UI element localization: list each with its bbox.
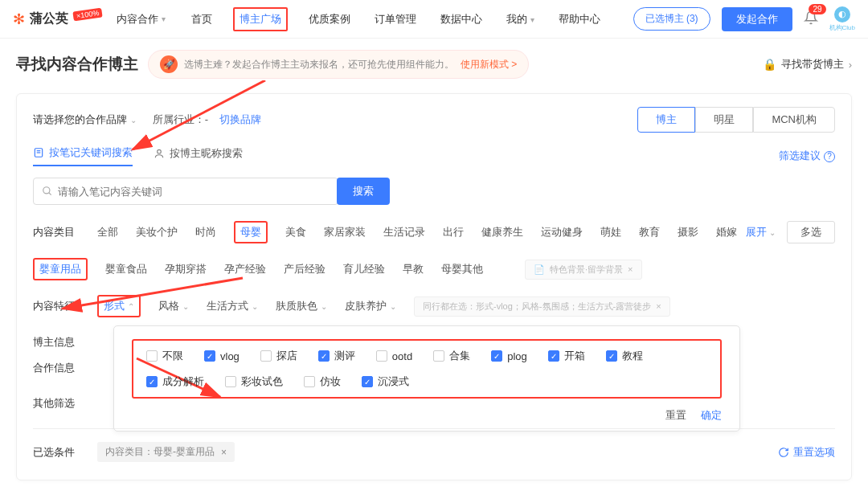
tag-edu[interactable]: 教育 bbox=[639, 225, 660, 239]
nav-dropdown-label: 内容合作 bbox=[117, 12, 158, 27]
format-option-彩妆试色[interactable]: 彩妆试色 bbox=[225, 374, 283, 389]
format-option-探店[interactable]: 探店 bbox=[260, 349, 297, 363]
subtag-early-edu[interactable]: 早教 bbox=[403, 262, 424, 276]
brand-select[interactable]: 请选择您的合作品牌 ⌄ bbox=[33, 112, 137, 127]
nav-data[interactable]: 数据中心 bbox=[437, 7, 485, 31]
checkbox-icon bbox=[260, 350, 272, 362]
confirm-button[interactable]: 确定 bbox=[701, 408, 722, 423]
expand-label: 展开 bbox=[746, 225, 767, 239]
selected-bloggers-pill[interactable]: 已选博主 (3) bbox=[633, 7, 710, 31]
tag-muying[interactable]: 母婴 bbox=[234, 221, 268, 243]
tag-photo[interactable]: 摄影 bbox=[678, 225, 698, 239]
filter-suggest[interactable]: 筛选建议 ? bbox=[779, 149, 835, 163]
tag-food[interactable]: 美食 bbox=[285, 225, 306, 239]
search-button[interactable]: 搜索 bbox=[337, 178, 390, 205]
format-option-成分解析[interactable]: ✓成分解析 bbox=[146, 374, 204, 389]
blogger-info-label: 博主信息 bbox=[33, 335, 97, 350]
dd-format[interactable]: 形式 ⌃ bbox=[97, 295, 141, 317]
seg-star[interactable]: 明星 bbox=[695, 107, 753, 133]
find-seller-link[interactable]: 🔒 寻找带货博主 › bbox=[763, 57, 852, 72]
chevron-down-icon: ⌄ bbox=[130, 116, 137, 125]
globe-icon: ◐ bbox=[834, 6, 850, 22]
format-option-合集[interactable]: 合集 bbox=[433, 349, 470, 363]
dd-style[interactable]: 风格 ⌄ bbox=[158, 299, 189, 313]
nav-home[interactable]: 首页 bbox=[188, 7, 215, 31]
tag-wedding[interactable]: 婚嫁 bbox=[716, 225, 737, 239]
tag-fashion[interactable]: 时尚 bbox=[195, 225, 216, 239]
club-link[interactable]: ◐ 机构Club bbox=[829, 6, 855, 32]
page-body: 寻找内容合作博主 🚀 选博主难？发起合作博主主动来报名，还可抢先使用组件能力。 … bbox=[0, 39, 868, 497]
multi-select-button[interactable]: 多选 bbox=[787, 221, 835, 243]
svg-line-6 bbox=[49, 193, 51, 195]
start-coop-button[interactable]: 发起合作 bbox=[722, 7, 792, 31]
tab-note-label: 按笔记关键词搜索 bbox=[49, 145, 133, 160]
reset-all-link[interactable]: 重置选项 bbox=[778, 445, 835, 460]
dd-lifestyle[interactable]: 生活方式 ⌄ bbox=[207, 299, 258, 313]
industry-label: 所属行业：- bbox=[153, 112, 208, 127]
format-option-ootd[interactable]: ootd bbox=[376, 349, 412, 363]
format-option-vlog[interactable]: ✓vlog bbox=[204, 349, 240, 363]
nav-mine[interactable]: 我的 ▾ bbox=[503, 7, 538, 31]
seg-blogger[interactable]: 博主 bbox=[637, 107, 695, 133]
search-box bbox=[33, 178, 338, 205]
option-label: 探店 bbox=[276, 349, 297, 363]
subtag-preg-exp[interactable]: 孕产经验 bbox=[224, 262, 266, 276]
close-icon[interactable]: × bbox=[656, 301, 661, 311]
subtag-parenting[interactable]: 育儿经验 bbox=[343, 262, 385, 276]
checkbox-icon: ✓ bbox=[491, 350, 502, 362]
close-icon[interactable]: × bbox=[221, 447, 227, 458]
tag-life[interactable]: 生活记录 bbox=[383, 225, 425, 239]
content-feature-row: 内容特征 形式 ⌃ 风格 ⌄ 生活方式 ⌄ 肤质肤色 ⌄ 皮肤养护 ⌄ 同行都在… bbox=[33, 295, 835, 317]
format-option-仿妆[interactable]: 仿妆 bbox=[304, 374, 341, 389]
tag-health[interactable]: 健康养生 bbox=[481, 225, 523, 239]
dd-care-label: 皮肤养护 bbox=[345, 299, 387, 313]
tab-name-label: 按博主昵称搜索 bbox=[170, 146, 243, 161]
option-label: 教程 bbox=[622, 349, 643, 363]
seg-mcn[interactable]: MCN机构 bbox=[753, 107, 835, 133]
tag-beauty[interactable]: 美妆个护 bbox=[136, 225, 178, 239]
dropdown-footer: 重置 确定 bbox=[132, 408, 722, 423]
person-icon bbox=[154, 148, 165, 159]
format-option-不限[interactable]: 不限 bbox=[146, 349, 183, 363]
tag-travel[interactable]: 出行 bbox=[443, 225, 464, 239]
notifications[interactable]: 29 bbox=[804, 10, 818, 27]
nav-help[interactable]: 帮助中心 bbox=[555, 7, 604, 31]
nav-cases[interactable]: 优质案例 bbox=[305, 7, 354, 31]
dd-skin-label: 肤质肤色 bbox=[276, 299, 317, 313]
brand-logo[interactable]: ✻ 蒲公英 ×100% bbox=[13, 10, 102, 28]
dd-skin[interactable]: 肤质肤色 ⌄ bbox=[276, 299, 327, 313]
tab-note-search[interactable]: 按笔记关键词搜索 bbox=[33, 145, 133, 166]
switch-brand-link[interactable]: 切换品牌 bbox=[219, 112, 261, 127]
dd-care[interactable]: 皮肤养护 ⌄ bbox=[345, 299, 396, 313]
subtag-postnatal[interactable]: 产后经验 bbox=[284, 262, 326, 276]
format-option-plog[interactable]: ✓plog bbox=[491, 349, 527, 363]
chosen-label: 已选条件 bbox=[33, 445, 97, 460]
format-option-沉浸式[interactable]: ✓沉浸式 bbox=[362, 374, 409, 389]
subtag-baby-goods[interactable]: 婴童用品 bbox=[33, 258, 88, 280]
checkbox-icon: ✓ bbox=[362, 376, 373, 387]
tag-fitness[interactable]: 运动健身 bbox=[541, 225, 583, 239]
close-icon[interactable]: × bbox=[628, 264, 633, 274]
dd-style-label: 风格 bbox=[158, 299, 179, 313]
tab-name-search[interactable]: 按博主昵称搜索 bbox=[154, 146, 243, 166]
option-label: 仿妆 bbox=[320, 374, 341, 389]
nav-orders[interactable]: 订单管理 bbox=[371, 7, 420, 31]
promo-link[interactable]: 使用新模式 > bbox=[461, 58, 517, 72]
nav-blogger-plaza[interactable]: 博主广场 bbox=[233, 7, 288, 31]
format-option-教程[interactable]: ✓教程 bbox=[606, 349, 643, 363]
format-option-测评[interactable]: ✓测评 bbox=[318, 349, 355, 363]
club-label: 机构Club bbox=[829, 23, 855, 32]
tag-pet[interactable]: 萌娃 bbox=[600, 225, 621, 239]
reset-button[interactable]: 重置 bbox=[665, 408, 686, 423]
subtag-other[interactable]: 母婴其他 bbox=[441, 262, 483, 276]
note-icon bbox=[33, 147, 44, 158]
nav-content-dropdown[interactable]: 内容合作 ▾ bbox=[117, 12, 166, 27]
expand-link[interactable]: 展开 ⌄ bbox=[746, 225, 776, 239]
format-option-开箱[interactable]: ✓开箱 bbox=[548, 349, 585, 363]
subtag-food[interactable]: 婴童食品 bbox=[105, 262, 147, 276]
tag-all[interactable]: 全部 bbox=[97, 225, 118, 239]
option-label: plog bbox=[507, 350, 527, 362]
subtag-preg-wear[interactable]: 孕期穿搭 bbox=[165, 262, 207, 276]
tag-home[interactable]: 家居家装 bbox=[324, 225, 366, 239]
search-input[interactable] bbox=[58, 186, 330, 198]
